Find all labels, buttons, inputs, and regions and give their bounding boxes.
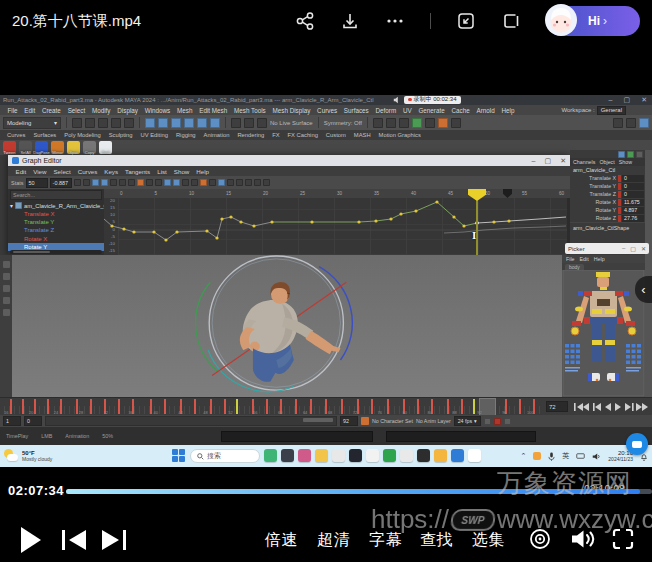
channel-value[interactable]: 11.675 — [622, 199, 644, 206]
mini-player-icon[interactable] — [501, 11, 521, 31]
channel-value[interactable]: 0 — [622, 183, 644, 190]
outliner-channel[interactable]: Translate Y — [8, 218, 104, 226]
channel-box-object-name[interactable]: arm_Clavicle_Ctl — [570, 166, 645, 174]
playback-transport-controls[interactable] — [573, 400, 649, 414]
viewport-tool-icon[interactable] — [3, 273, 10, 280]
mirror-icon[interactable]: Mirror — [51, 141, 64, 154]
menu-item[interactable]: Display — [114, 107, 141, 114]
bluedoc-icon[interactable] — [451, 449, 464, 462]
channel-box-menu-item[interactable]: Show — [619, 159, 632, 165]
select-all-icon[interactable]: SelAll — [19, 141, 32, 154]
network-icon[interactable] — [576, 452, 585, 460]
picker-menu-item[interactable]: Edit — [580, 256, 589, 262]
ipr-render-icon[interactable] — [399, 118, 409, 128]
channel-value[interactable]: 4.897 — [622, 207, 644, 214]
menu-item[interactable]: Edit — [21, 107, 39, 114]
next-episode-button[interactable] — [101, 529, 127, 551]
channel-row[interactable]: Translate Z0 — [570, 190, 645, 198]
select-hierarchy-icon[interactable] — [158, 118, 168, 128]
menu-item[interactable]: UV — [400, 107, 416, 114]
snap-grid-icon[interactable] — [197, 118, 207, 128]
graph-editor-tool-icon[interactable] — [236, 179, 243, 186]
menu-item[interactable]: Arnold — [473, 107, 498, 114]
shelf-tab[interactable]: Surfaces — [29, 131, 60, 139]
graph-editor-tool-icon[interactable] — [119, 179, 126, 186]
start-button[interactable] — [172, 449, 185, 462]
outliner-channel[interactable]: Translate Z — [8, 226, 104, 234]
new-scene-icon[interactable] — [72, 118, 82, 128]
curve-graph-area[interactable]: 051015202530354045505560 20151050-5-10-1… — [104, 189, 570, 255]
graph-editor-tool-icon[interactable] — [191, 179, 198, 186]
range-min-field[interactable]: 0 — [24, 416, 42, 426]
open-scene-icon[interactable] — [85, 118, 95, 128]
graph-editor-tool-icon[interactable] — [263, 179, 270, 186]
workspace-selector[interactable]: Workspace : General — [561, 105, 626, 115]
graph-editor-tool-icon[interactable] — [128, 179, 135, 186]
layer-editor-tab-icon[interactable] — [627, 151, 634, 158]
redo-icon[interactable] — [124, 118, 134, 128]
picker-menu-item[interactable]: File — [566, 256, 575, 262]
graph-editor-tool-icon[interactable] — [182, 179, 189, 186]
settings-icon[interactable] — [400, 449, 413, 462]
graph-editor-tool-icon[interactable] — [227, 179, 234, 186]
chrome-icon[interactable] — [332, 449, 345, 462]
shelf-tab[interactable]: Animation — [200, 131, 234, 139]
range-slider-track[interactable] — [45, 416, 337, 426]
construction-history-icon[interactable] — [373, 118, 383, 128]
graph-editor-menu-item[interactable]: List — [154, 168, 171, 175]
tray-chevron-icon[interactable]: ⌃ — [520, 452, 526, 460]
outliner-h-scrollbar[interactable] — [10, 250, 102, 254]
gallery-icon[interactable] — [468, 449, 481, 462]
viewport-tool-icon[interactable] — [3, 261, 10, 268]
terminal-icon[interactable] — [417, 449, 430, 462]
channel-box-menu-item[interactable]: Channels — [573, 159, 595, 165]
graph-editor-tool-icon[interactable] — [200, 179, 207, 186]
sidebar-toggle-icon-3[interactable] — [639, 118, 649, 128]
menu-item[interactable]: Mesh Tools — [231, 107, 270, 114]
fullscreen-button[interactable] — [612, 528, 634, 550]
menu-item[interactable]: File — [4, 107, 21, 114]
sidebar-toggle-icon-2[interactable] — [626, 118, 636, 128]
snap-plane-icon[interactable] — [244, 118, 254, 128]
loop-icon[interactable] — [484, 418, 491, 425]
graph-editor-tool-icon[interactable] — [146, 179, 153, 186]
anim-layer-label[interactable]: No Anim Layer — [416, 418, 451, 424]
account-button[interactable]: Hi › — [546, 6, 640, 36]
render-icon[interactable] — [386, 118, 396, 128]
quality-button[interactable]: 超清 — [317, 530, 350, 551]
range-slider-handle[interactable] — [303, 418, 333, 422]
graph-editor-menu-item[interactable]: Edit — [12, 168, 30, 175]
maya-window-controls[interactable]: –▢✕ — [609, 95, 647, 105]
viewport-tool-icon[interactable] — [3, 309, 10, 316]
stats-value-field[interactable]: -0.887 — [50, 178, 72, 188]
time-slider[interactable]: 1620242832364044485256606468727680848892… — [0, 397, 652, 415]
graph-editor-menu-item[interactable]: Tangents — [122, 168, 154, 175]
folder-icon[interactable] — [315, 449, 328, 462]
graph-editor-tool-icon[interactable] — [137, 179, 144, 186]
graph-editor-menu-item[interactable]: Select — [50, 168, 74, 175]
graph-editor-tool-icon[interactable] — [110, 179, 117, 186]
dark-app-icon[interactable] — [349, 449, 362, 462]
command-line-input[interactable] — [221, 431, 373, 442]
snap-point-icon[interactable] — [231, 118, 241, 128]
taskbar-weather-widget[interactable]: 50°F Mostly cloudy — [4, 449, 52, 463]
range-start-field[interactable]: 1 — [3, 416, 21, 426]
share-icon[interactable] — [295, 11, 315, 31]
screenshot-icon[interactable] — [456, 11, 476, 31]
graph-editor-title-bar[interactable]: Graph Editor –▢✕ — [8, 155, 570, 166]
dag-pose-icon[interactable]: DagPose — [35, 141, 48, 154]
channel-row[interactable]: Rotate Y4.897 — [570, 206, 645, 214]
snap-curve-icon[interactable] — [210, 118, 220, 128]
current-time-line[interactable] — [476, 195, 478, 255]
graph-editor-tool-icon[interactable] — [245, 179, 252, 186]
playblast-icon[interactable] — [412, 118, 422, 128]
picker-tab[interactable]: body — [565, 264, 584, 270]
outliner-search-input[interactable]: Search... — [10, 190, 102, 200]
stats-frame-field[interactable]: 50 — [26, 178, 48, 188]
select-object-icon[interactable] — [171, 118, 181, 128]
progress-bar[interactable] — [66, 489, 652, 494]
channel-box-tab-icon[interactable] — [618, 151, 625, 158]
shelf-tab[interactable]: Curves — [3, 131, 29, 139]
toolbox-icon[interactable] — [451, 118, 461, 128]
menu-item[interactable]: Generate — [415, 107, 448, 114]
